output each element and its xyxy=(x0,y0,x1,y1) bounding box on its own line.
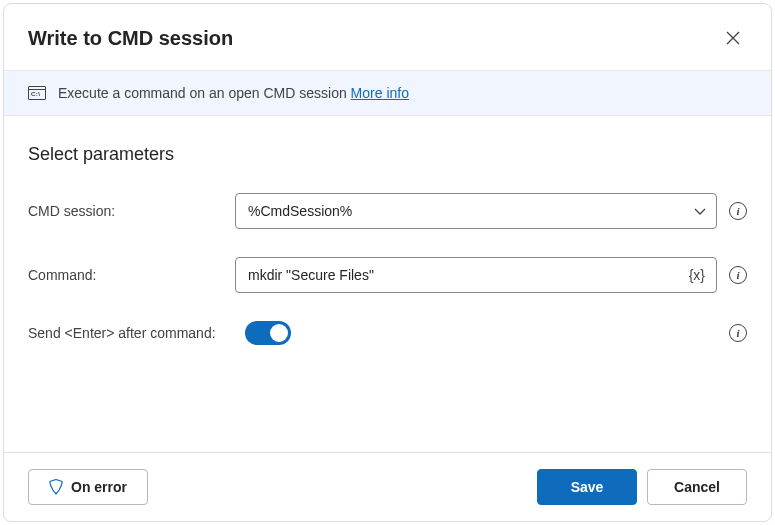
param-row-send-enter: Send <Enter> after command: i xyxy=(28,321,747,345)
close-button[interactable] xyxy=(719,24,747,52)
cancel-label: Cancel xyxy=(674,479,720,495)
command-input-wrap: {x} xyxy=(235,257,717,293)
banner-text-wrap: Execute a command on an open CMD session… xyxy=(58,85,409,101)
info-icon-cmd-session[interactable]: i xyxy=(729,202,747,220)
dialog-footer: On error Save Cancel xyxy=(4,452,771,521)
more-info-link[interactable]: More info xyxy=(351,85,409,101)
command-label: Command: xyxy=(28,267,223,283)
save-label: Save xyxy=(571,479,604,495)
info-banner: C:\ Execute a command on an open CMD ses… xyxy=(4,70,771,116)
dialog-write-to-cmd: Write to CMD session C:\ Execute a comma… xyxy=(3,3,772,522)
section-title: Select parameters xyxy=(28,144,747,165)
param-row-command: Command: {x} i xyxy=(28,257,747,293)
send-enter-toggle-wrap xyxy=(245,321,717,345)
shield-icon xyxy=(49,479,63,495)
info-icon-command[interactable]: i xyxy=(729,266,747,284)
save-button[interactable]: Save xyxy=(537,469,637,505)
close-icon xyxy=(726,31,740,45)
param-row-cmd-session: CMD session: i xyxy=(28,193,747,229)
command-input[interactable] xyxy=(235,257,717,293)
cmd-session-select[interactable] xyxy=(235,193,717,229)
send-enter-toggle[interactable] xyxy=(245,321,291,345)
on-error-label: On error xyxy=(71,479,127,495)
toggle-knob xyxy=(270,324,288,342)
dialog-title: Write to CMD session xyxy=(28,27,233,50)
cancel-button[interactable]: Cancel xyxy=(647,469,747,505)
send-enter-label: Send <Enter> after command: xyxy=(28,325,233,341)
dialog-content: Select parameters CMD session: i Command… xyxy=(4,116,771,452)
on-error-button[interactable]: On error xyxy=(28,469,148,505)
info-icon-send-enter[interactable]: i xyxy=(729,324,747,342)
variable-picker-icon[interactable]: {x} xyxy=(685,265,709,285)
banner-text: Execute a command on an open CMD session xyxy=(58,85,347,101)
cmd-session-select-wrap xyxy=(235,193,717,229)
footer-right: Save Cancel xyxy=(537,469,747,505)
cmd-session-label: CMD session: xyxy=(28,203,223,219)
cmd-session-icon: C:\ xyxy=(28,86,46,100)
dialog-header: Write to CMD session xyxy=(4,4,771,70)
